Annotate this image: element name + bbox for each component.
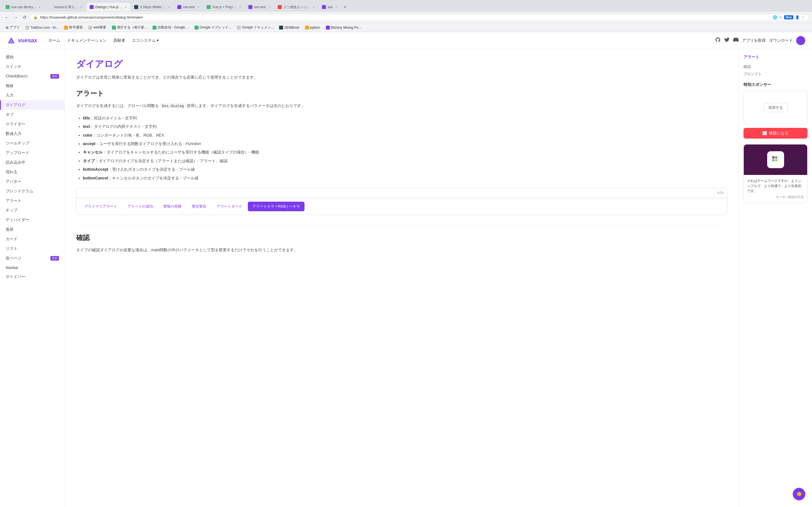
sidebar-item-notification[interactable]: 通知 — [0, 52, 64, 62]
tab-9[interactable]: sax × — [319, 3, 341, 11]
sidebar-item-list[interactable]: リスト — [0, 244, 64, 253]
bookmark-python[interactable]: python — [303, 25, 322, 31]
tab-color-alert[interactable]: アラートカラーRGB | ヘキサ — [248, 202, 305, 211]
sidebar-item-avatar[interactable]: アバター — [0, 177, 64, 186]
tab-primary-alert[interactable]: プライマリアラート — [80, 202, 122, 211]
bookmark-twitdoc[interactable]: TwitDoc.com - th... — [23, 25, 61, 31]
sidebar-item-card[interactable]: カード — [0, 234, 64, 244]
get-app-button[interactable]: アプリを取得 — [742, 38, 766, 43]
tab-close-7[interactable]: × — [269, 5, 270, 9]
tab-2[interactable]: 'vuesaxを導入... × — [44, 3, 86, 12]
nav-home[interactable]: ホーム — [49, 38, 60, 43]
tab-8[interactable]: クソ雑魚エンジ... × — [274, 3, 318, 12]
tab-5[interactable]: sax-test × — [174, 3, 203, 11]
bookmark-xembook[interactable]: XEMBook — [277, 25, 301, 31]
add-sponsor-button[interactable]: 追加する — [763, 103, 788, 112]
tab-1[interactable]: vue sax library... × — [2, 3, 44, 11]
tab-success-alert[interactable]: アラートの成功 — [123, 202, 158, 211]
discord-icon[interactable] — [733, 37, 739, 44]
bookmark-web[interactable]: web事業 — [86, 24, 109, 31]
profile-icon[interactable]: 👤 — [795, 15, 800, 19]
bookmark-bitzeny[interactable]: BitZeny Mining Po... — [324, 25, 363, 31]
sidebar-item-wireless[interactable]: 無線 — [0, 81, 64, 91]
sidebar-item-breadcrumb[interactable]: ブレッドクラム — [0, 186, 64, 196]
confirm-section-desc: タイプの確認ダイアログが必要な場合は、main関数の中のパラメータとして型を変更… — [76, 247, 727, 253]
sidebar-item-upload[interactable]: アップロード — [0, 148, 64, 158]
bookmark-icon[interactable]: ☆ — [779, 15, 782, 19]
tab-close-6[interactable]: × — [239, 5, 241, 9]
bm-icon-bitzeny — [326, 25, 330, 30]
github-icon[interactable] — [715, 37, 721, 44]
param-title: title：対話のタイトル - 文字列 — [83, 114, 727, 122]
sidebar-item-progress[interactable]: 進捗 — [0, 225, 64, 234]
sidebar-item-switch[interactable]: スイッチ — [0, 62, 64, 71]
twitter-icon[interactable] — [724, 37, 730, 44]
carbon-link[interactable]: カーボン経由の広告 — [747, 194, 804, 200]
tab-4[interactable]: 3 Steps Wallet ... × — [131, 3, 173, 11]
right-sidebar: アラート 確認 プロンプト 特別スポンサー 追加する 🅿 後援になる — [739, 49, 812, 507]
sidebar-item-chip[interactable]: チップ — [0, 206, 64, 215]
sidebar-item-appear[interactable]: 現れる — [0, 167, 64, 177]
bookmark-crypto[interactable]: 暗号通貨 — [62, 24, 85, 31]
download-button[interactable]: ダウンロード — [769, 38, 793, 43]
bookmark-apps[interactable]: ⊞ アプリ — [3, 24, 22, 31]
tab-close-9[interactable]: × — [336, 5, 337, 9]
sidebar-label-dialog: ダイアログ — [6, 103, 26, 108]
url-bar[interactable]: 🔒 https://lusaxweb.github.io/vuesax/comp… — [30, 14, 809, 21]
patreon-button[interactable]: 🅿 後援になる — [744, 128, 808, 138]
tab-close-8[interactable]: × — [313, 5, 314, 9]
sidebar-item-alert[interactable]: アラート — [0, 196, 64, 206]
bookmark-hakko[interactable]: 発行する（発行者... — [110, 24, 149, 31]
refresh-button[interactable]: ↺ — [21, 13, 28, 21]
tab-3[interactable]: Dialogs | Vue.js ... × — [86, 3, 130, 11]
tab-close-5[interactable]: × — [198, 5, 199, 9]
confirm-section-title: 確認 — [76, 233, 727, 242]
bookmark-spread[interactable]: Google スプレッド... — [192, 24, 234, 31]
alert-section-title: アラート — [76, 89, 727, 98]
sidebar-label-numInput: 数値入力 — [6, 131, 21, 136]
back-button[interactable]: ← — [3, 14, 10, 21]
sidebar-item-sidebar[interactable]: サイドバー — [0, 272, 64, 282]
nav-docs[interactable]: ドキュメンテーション — [67, 38, 107, 43]
bookmark-autosend[interactable]: 自動送信 - Google ... — [150, 24, 191, 31]
tab-close-2[interactable]: × — [80, 5, 82, 9]
bookmark-gdocs[interactable]: Google ドキュメン... — [235, 24, 276, 31]
sidebar-item-tab[interactable]: タブ — [0, 110, 64, 119]
toc-item-confirm[interactable]: 確認 — [744, 63, 808, 70]
sidebar-item-divider[interactable]: ディバイダー — [0, 215, 64, 225]
forward-button[interactable]: → — [12, 14, 19, 21]
sidebar-item-dialog[interactable]: ダイアログ — [0, 100, 64, 110]
sidebar-item-input[interactable]: 入力 — [0, 91, 64, 100]
sidebar-item-checkbox[interactable]: CheckBoxの 更新 — [0, 71, 64, 81]
chat-bubble[interactable]: 😊 — [793, 488, 805, 500]
tab-6[interactable]: Vue.js + Pug+... × — [203, 3, 244, 11]
tab-dark-alert[interactable]: アラートダーク — [212, 202, 247, 211]
tab-favicon-3 — [90, 5, 94, 9]
more-icon[interactable]: ⋮ — [801, 15, 805, 19]
sidebar-item-numInput[interactable]: 数値入力 — [0, 129, 64, 138]
sidebar-item-loading[interactable]: 読み込み中 — [0, 158, 64, 167]
tab-label-2: 'vuesaxを導入... — [53, 5, 78, 10]
nav-ecosystem[interactable]: エコシステム ▾ — [132, 38, 159, 43]
tab-danger-alert[interactable]: 警報の危険 — [159, 202, 186, 211]
toc-item-prompt[interactable]: プロンプト — [744, 70, 808, 78]
translate-icon[interactable]: 🌐 — [773, 15, 777, 19]
tab-close-4[interactable]: × — [168, 5, 170, 9]
sidebar-item-tooltip[interactable]: ツールチップ — [0, 138, 64, 148]
tab-warning-alert[interactable]: 警告警告 — [187, 202, 211, 211]
sidebar-item-navbar[interactable]: Navbar — [0, 263, 64, 272]
sidebar-label-loading: 読み込み中 — [6, 160, 26, 165]
sidebar-item-slider[interactable]: スライダー — [0, 119, 64, 129]
tab-7[interactable]: sax-test × — [245, 3, 274, 11]
tab-close-1[interactable]: × — [38, 5, 40, 9]
user-avatar[interactable] — [796, 36, 805, 45]
tab-close-3[interactable]: × — [125, 5, 127, 9]
logo[interactable]: vuesax — [7, 36, 37, 45]
nav-contrib[interactable]: 貢献者 — [113, 38, 125, 43]
alert-code-inline: $vs.dialog — [160, 103, 186, 108]
code-toggle-icon[interactable]: </> — [717, 190, 724, 195]
sidebar-item-pagination[interactable]: 改ページ 更新 — [0, 253, 64, 263]
new-tab-button[interactable]: + — [342, 2, 349, 12]
tab-label-1: vue sax library... — [11, 5, 36, 9]
sidebar-label-upload: アップロード — [6, 151, 29, 156]
